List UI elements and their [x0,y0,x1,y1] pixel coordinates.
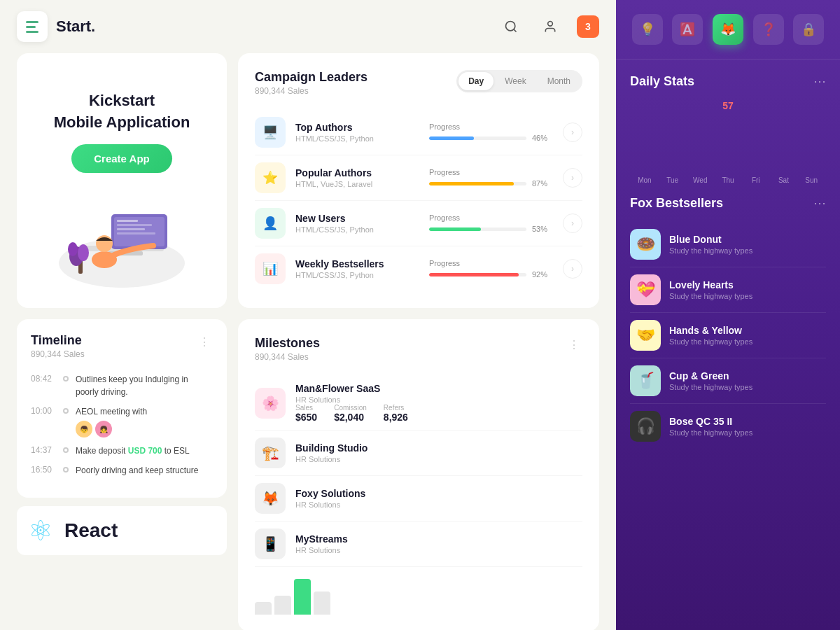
milestones-dots[interactable]: ⋮ [566,336,582,353]
create-app-button[interactable]: Create App [71,144,172,173]
milestones-header: Milestones 890,344 Sales ⋮ [255,336,582,362]
ms-sales: Sales$650 [295,404,317,423]
react-logo-section: ⚛ React [17,506,227,555]
bs-info: Hands & Yellow Study the highway types [669,325,826,346]
chart-bar-label: Sat [778,176,789,184]
app-icon[interactable]: 💡 [632,14,663,45]
progress-label: Progress [429,122,552,131]
ms-icon: 🏗️ [255,438,286,468]
row-name: New Users [295,213,418,224]
campaign-row[interactable]: 📊 Weekly Bestsellers HTML/CSS/JS, Python… [255,246,582,291]
bs-name: Hands & Yellow [669,325,826,336]
highlight: USD 700 [128,446,162,456]
bestseller-row[interactable]: 🤝 Hands & Yellow Study the highway types [630,313,826,358]
bs-sub: Study the highway types [669,383,826,391]
milestone-row[interactable]: 📱 MyStreams HR Solutions [255,522,582,567]
milestone-row[interactable]: 🏗️ Building Studio HR Solutions [255,430,582,476]
ms-icon: 🌸 [255,388,286,419]
app-icon[interactable]: 🔒 [793,14,824,45]
svg-rect-8 [117,220,138,222]
avatar-2: 👧 [95,421,112,438]
react-label: React [64,519,118,542]
timeline-text: AEOL meeting with [76,405,147,418]
svg-rect-10 [117,228,145,230]
fox-dots[interactable]: ⋯ [813,195,826,211]
row-arrow[interactable]: › [563,214,582,233]
app-icon-active[interactable]: 🦊 [713,14,743,45]
search-button[interactable] [498,14,524,39]
milestone-row[interactable]: 🦊 Foxy Solutions HR Solutions [255,476,582,522]
bestseller-row[interactable]: 💝 Lovely Hearts Study the highway types [630,267,826,313]
row-info: Top Authors HTML/CSS/JS, Python [295,122,418,143]
row-info: New Users HTML/CSS/JS, Python [295,213,418,234]
svg-point-0 [506,22,515,31]
main-area: Start. 3 Kickstart [0,0,616,630]
timeline-text: Make deposit USD 700 to ESL [76,444,190,457]
row-arrow[interactable]: › [563,259,582,279]
progress-bar-fill [429,227,481,231]
bs-name: Blue Donut [669,234,826,245]
profile-button[interactable] [538,14,563,39]
tab-day[interactable]: Day [458,72,493,90]
bs-thumb: 🎧 [630,411,661,442]
progress-pct: 46% [532,134,552,142]
tab-month[interactable]: Month [538,72,580,90]
milestones-card: Milestones 890,344 Sales ⋮ 🌸 Man&Flower … [238,319,599,630]
bestseller-row[interactable]: 🎧 Bose QC 35 II Study the highway types [630,404,826,449]
timeline-dots[interactable]: ⋮ [196,333,213,350]
ms-info: Man&Flower SaaS HR Solutions Sales$650 C… [295,383,582,423]
app-icon[interactable]: ❓ [753,14,784,45]
daily-stats-dots[interactable]: ⋯ [813,74,826,89]
timeline-content: Poorly driving and keep structure [76,464,198,477]
bs-sub: Study the highway types [669,337,826,346]
bs-sub: Study the highway types [669,292,826,300]
row-name: Weekly Bestsellers [295,258,418,270]
ms-refers: Refers8,926 [384,404,408,423]
chart-bar-item: Tue [661,172,685,184]
ms-name: Building Studio [295,442,582,454]
campaign-row[interactable]: 🖥️ Top Authors HTML/CSS/JS, Python Progr… [255,110,582,155]
chart-bar-label: Wed [693,176,707,184]
chart-bar-item: Sat [772,172,796,184]
chart-bar-label: Thu [722,176,734,184]
fox-header: Fox Bestsellers ⋯ [630,195,826,211]
campaign-card: Campaign Leaders 890,344 Sales Day Week … [238,53,599,308]
left-bottom: Timeline 890,344 Sales ⋮ 08:42 Outlines … [17,319,227,630]
ms-name: Foxy Solutions [295,488,582,499]
app-icon[interactable]: 🅰️ [672,14,703,45]
row-arrow[interactable]: › [563,122,582,142]
row-arrow[interactable]: › [563,168,582,188]
row-name: Popular Authors [295,167,418,178]
ms-bar [314,592,330,615]
progress-bar-wrap: 92% [429,270,552,279]
chart-bar-item: Wed [688,172,712,184]
avatars: 👦 👧 [76,421,147,438]
app-icons-row: 💡🅰️🦊❓🔒 [616,0,840,59]
campaign-row[interactable]: ⭐ Popular Authors HTML, VueJS, Laravel P… [255,155,582,201]
ms-bar [294,579,311,615]
kickstart-card: Kickstart Mobile Application Create App [17,53,227,308]
milestone-row[interactable]: 🌸 Man&Flower SaaS HR Solutions Sales$650… [255,376,582,430]
bestseller-row[interactable]: 🥤 Cup & Green Study the highway types [630,358,826,404]
campaign-header: Campaign Leaders 890,344 Sales Day Week … [255,70,582,96]
timeline-row: 10:00 AEOL meeting with 👦 👧 [31,405,213,438]
chart-bar-label: Tue [666,176,678,184]
timeline-time: 10:00 [31,406,56,416]
bs-name: Bose QC 35 II [669,416,826,427]
react-icon: ⚛ [28,514,53,547]
campaign-rows: 🖥️ Top Authors HTML/CSS/JS, Python Progr… [255,110,582,291]
timeline-text: Poorly driving and keep structure [76,464,198,477]
bestseller-row[interactable]: 🍩 Blue Donut Study the highway types [630,222,826,267]
progress-bar-fill [429,273,519,276]
progress-bar-wrap: 87% [429,179,552,188]
timeline-header: Timeline 890,344 Sales ⋮ [31,333,213,359]
svg-point-2 [548,22,553,27]
fox-list: 🍩 Blue Donut Study the highway types 💝 L… [630,222,826,449]
timeline-dot [63,467,69,472]
notification-badge[interactable]: 3 [577,15,599,38]
timeline-rows: 08:42 Outlines keep you Indulging in poo… [31,373,213,477]
row-icon: 📊 [255,253,286,284]
campaign-row[interactable]: 👤 New Users HTML/CSS/JS, Python Progress… [255,201,582,246]
chart-bar-label: Sun [805,176,818,184]
tab-week[interactable]: Week [495,72,536,90]
